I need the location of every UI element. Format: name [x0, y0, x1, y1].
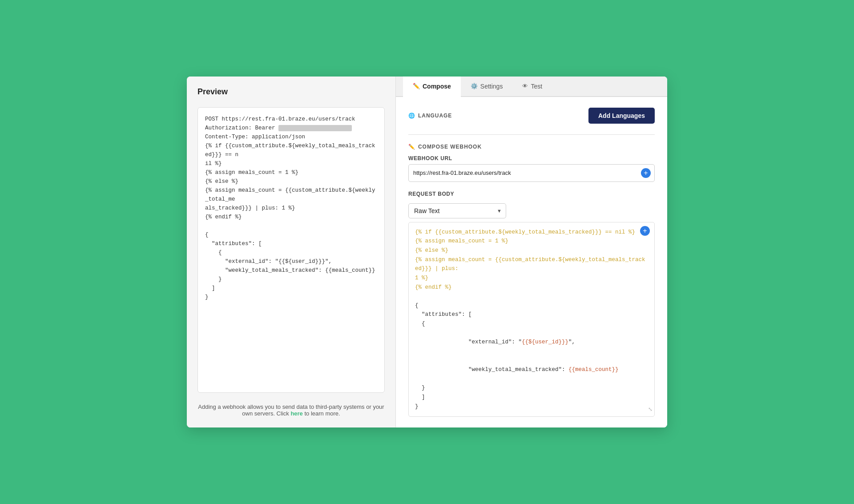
- tabs-bar: ✏️ Compose ⚙️ Settings 👁 Test: [396, 77, 667, 97]
- code-line-4: {% assign meals_count = {{custom_attribu…: [415, 255, 648, 274]
- add-languages-button[interactable]: Add Languages: [588, 108, 655, 124]
- request-body-section: REQUEST BODY Raw Text JSON Form URL Enco…: [408, 191, 655, 417]
- compose-icon: ✏️: [413, 83, 420, 89]
- compose-webhook-section: ✏️ COMPOSE WEBHOOK WEBHOOK URL +: [408, 144, 655, 182]
- webhook-url-row: +: [408, 164, 655, 182]
- request-body-label: REQUEST BODY: [408, 191, 655, 197]
- preview-panel: Preview POST https://rest.fra-01.braze.e…: [187, 77, 396, 428]
- test-icon: 👁: [522, 83, 528, 89]
- resize-handle[interactable]: ⤡: [648, 406, 653, 415]
- tab-compose[interactable]: ✏️ Compose: [403, 77, 461, 97]
- code-line-13: ]: [415, 393, 648, 402]
- code-line-blank: [415, 292, 648, 301]
- preview-footer: Adding a webhook allows you to send data…: [197, 403, 385, 417]
- code-line-5: 1 %}: [415, 274, 648, 283]
- code-line-9: {: [415, 319, 648, 329]
- code-line-11: "weekly_total_meals_tracked": {{meals_co…: [415, 356, 648, 384]
- language-section: 🌐 LANGUAGE Add Languages: [408, 108, 655, 124]
- webhook-url-label: WEBHOOK URL: [408, 155, 655, 161]
- code-line-1: {% if {{custom_attribute.${weekly_total_…: [415, 228, 648, 237]
- tab-test[interactable]: 👁 Test: [512, 77, 552, 97]
- request-body-dropdown-wrapper: Raw Text JSON Form URL Encoded: [408, 203, 506, 218]
- tab-settings[interactable]: ⚙️ Settings: [461, 77, 513, 97]
- divider-1: [408, 134, 655, 135]
- webhook-url-plus-button[interactable]: +: [641, 168, 651, 178]
- webhook-url-input[interactable]: [413, 169, 641, 176]
- globe-icon: 🌐: [408, 113, 415, 119]
- code-line-3: {% else %}: [415, 246, 648, 255]
- code-line-14: }: [415, 402, 648, 411]
- code-line-2: {% assign meals_count = 1 %}: [415, 237, 648, 246]
- right-panel: ✏️ Compose ⚙️ Settings 👁 Test 🌐 LANGUAGE…: [396, 77, 667, 428]
- code-editor-area[interactable]: + {% if {{custom_attribute.${weekly_tota…: [408, 222, 655, 417]
- code-line-6: {% endif %}: [415, 283, 648, 292]
- compose-content: 🌐 LANGUAGE Add Languages ✏️ COMPOSE WEBH…: [396, 97, 667, 428]
- edit-icon: ✏️: [408, 144, 415, 150]
- learn-more-link[interactable]: here: [290, 410, 302, 417]
- code-line-8: "attributes": [: [415, 310, 648, 319]
- code-line-12: }: [415, 383, 648, 393]
- preview-title: Preview: [197, 87, 385, 97]
- compose-webhook-title: ✏️ COMPOSE WEBHOOK: [408, 144, 655, 150]
- language-label: 🌐 LANGUAGE: [408, 113, 452, 119]
- code-editor-plus-button[interactable]: +: [640, 226, 650, 236]
- main-container: Preview POST https://rest.fra-01.braze.e…: [187, 77, 667, 428]
- request-body-select[interactable]: Raw Text JSON Form URL Encoded: [408, 203, 506, 218]
- code-line-7: {: [415, 301, 648, 310]
- settings-icon: ⚙️: [471, 83, 478, 89]
- code-line-10: "external_id": "{{${user_id}}}",: [415, 329, 648, 356]
- preview-code-box: POST https://rest.fra-01.braze.eu/users/…: [197, 107, 385, 393]
